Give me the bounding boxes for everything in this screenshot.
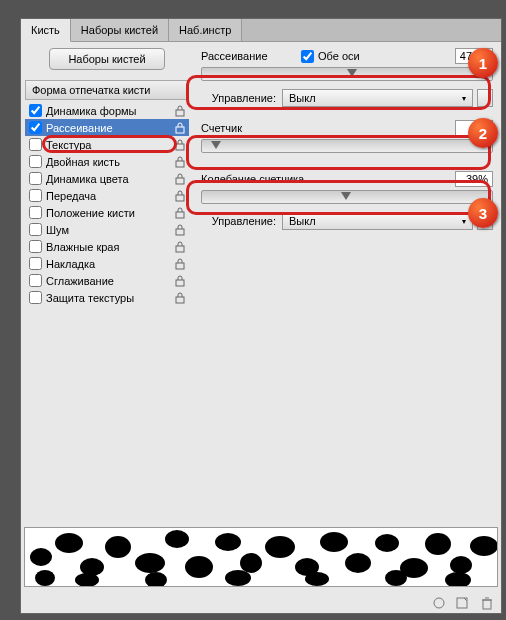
sidebar-item-6[interactable]: Положение кисти xyxy=(25,204,189,221)
item-checkbox-1[interactable] xyxy=(29,121,42,134)
item-label-8: Влажные края xyxy=(46,241,171,253)
lock-icon[interactable] xyxy=(175,105,185,117)
tab-brush[interactable]: Кисть xyxy=(21,19,71,42)
svg-rect-11 xyxy=(176,297,184,303)
item-label-0: Динамика формы xyxy=(46,105,171,117)
lock-icon[interactable] xyxy=(175,241,185,253)
control-side-button-1[interactable] xyxy=(477,89,493,107)
count-slider[interactable] xyxy=(201,139,493,153)
item-label-11: Защита текстуры xyxy=(46,292,171,304)
item-checkbox-6[interactable] xyxy=(29,206,42,219)
sidebar-item-5[interactable]: Передача xyxy=(25,187,189,204)
control-select-1[interactable]: Выкл▾ xyxy=(282,89,473,107)
control-label-2: Управление: xyxy=(201,215,276,227)
count-jitter-label: Колебание счетчика xyxy=(201,173,331,185)
item-label-7: Шум xyxy=(46,224,171,236)
control-select-2[interactable]: Выкл▾ xyxy=(282,212,473,230)
scatter-slider[interactable] xyxy=(201,67,493,81)
sidebar-item-4[interactable]: Динамика цвета xyxy=(25,170,189,187)
badge-2: 2 xyxy=(468,118,498,148)
svg-point-12 xyxy=(434,598,444,608)
sidebar-item-8[interactable]: Влажные края xyxy=(25,238,189,255)
item-label-2: Текстура xyxy=(46,139,171,151)
count-jitter-value[interactable]: 39% xyxy=(455,171,493,187)
item-label-1: Рассеивание xyxy=(46,122,171,134)
item-label-3: Двойная кисть xyxy=(46,156,171,168)
brush-presets-button[interactable]: Наборы кистей xyxy=(49,48,164,70)
lock-icon[interactable] xyxy=(175,207,185,219)
count-label: Счетчик xyxy=(201,122,281,134)
item-checkbox-9[interactable] xyxy=(29,257,42,270)
lock-icon[interactable] xyxy=(175,156,185,168)
item-checkbox-8[interactable] xyxy=(29,240,42,253)
svg-rect-0 xyxy=(176,110,184,116)
lock-icon[interactable] xyxy=(175,173,185,185)
item-checkbox-7[interactable] xyxy=(29,223,42,236)
both-axes-label: Обе оси xyxy=(318,50,360,62)
sidebar-item-2[interactable]: Текстура xyxy=(25,136,189,153)
item-checkbox-10[interactable] xyxy=(29,274,42,287)
new-preset-icon[interactable] xyxy=(455,595,471,611)
sidebar-item-11[interactable]: Защита текстуры xyxy=(25,289,189,306)
svg-rect-1 xyxy=(176,127,184,133)
item-checkbox-3[interactable] xyxy=(29,155,42,168)
scatter-label: Рассеивание xyxy=(201,50,281,62)
tab-tool-presets[interactable]: Наб.инстр xyxy=(169,19,242,41)
lock-icon[interactable] xyxy=(175,139,185,151)
sidebar-item-3[interactable]: Двойная кисть xyxy=(25,153,189,170)
item-label-4: Динамика цвета xyxy=(46,173,171,185)
sidebar-item-10[interactable]: Сглаживание xyxy=(25,272,189,289)
svg-rect-10 xyxy=(176,280,184,286)
lock-icon[interactable] xyxy=(175,275,185,287)
sidebar-item-9[interactable]: Накладка xyxy=(25,255,189,272)
svg-rect-8 xyxy=(176,246,184,252)
svg-rect-4 xyxy=(176,178,184,184)
badge-1: 1 xyxy=(468,48,498,78)
svg-rect-6 xyxy=(176,212,184,218)
sidebar-item-0[interactable]: Динамика формы xyxy=(25,102,189,119)
item-label-9: Накладка xyxy=(46,258,171,270)
badge-3: 3 xyxy=(468,198,498,228)
lock-icon[interactable] xyxy=(175,224,185,236)
svg-rect-9 xyxy=(176,263,184,269)
svg-rect-7 xyxy=(176,229,184,235)
brush-preview xyxy=(24,527,498,587)
item-label-10: Сглаживание xyxy=(46,275,171,287)
sidebar-item-1[interactable]: Рассеивание xyxy=(25,119,189,136)
item-checkbox-2[interactable] xyxy=(29,138,42,151)
brush-tip-shape-header[interactable]: Форма отпечатка кисти xyxy=(25,80,189,100)
svg-rect-3 xyxy=(176,161,184,167)
sidebar-item-7[interactable]: Шум xyxy=(25,221,189,238)
tab-brush-presets[interactable]: Наборы кистей xyxy=(71,19,169,41)
item-checkbox-0[interactable] xyxy=(29,104,42,117)
lock-icon[interactable] xyxy=(175,122,185,134)
svg-rect-5 xyxy=(176,195,184,201)
item-checkbox-11[interactable] xyxy=(29,291,42,304)
lock-icon[interactable] xyxy=(175,258,185,270)
lock-icon[interactable] xyxy=(175,292,185,304)
trash-icon[interactable] xyxy=(479,595,495,611)
item-checkbox-5[interactable] xyxy=(29,189,42,202)
item-checkbox-4[interactable] xyxy=(29,172,42,185)
item-label-5: Передача xyxy=(46,190,171,202)
toggle-preview-icon[interactable] xyxy=(431,595,447,611)
item-label-6: Положение кисти xyxy=(46,207,171,219)
svg-rect-2 xyxy=(176,144,184,150)
count-jitter-slider[interactable] xyxy=(201,190,493,204)
svg-rect-14 xyxy=(483,600,491,609)
both-axes-checkbox[interactable] xyxy=(301,50,314,63)
control-label-1: Управление: xyxy=(201,92,276,104)
lock-icon[interactable] xyxy=(175,190,185,202)
